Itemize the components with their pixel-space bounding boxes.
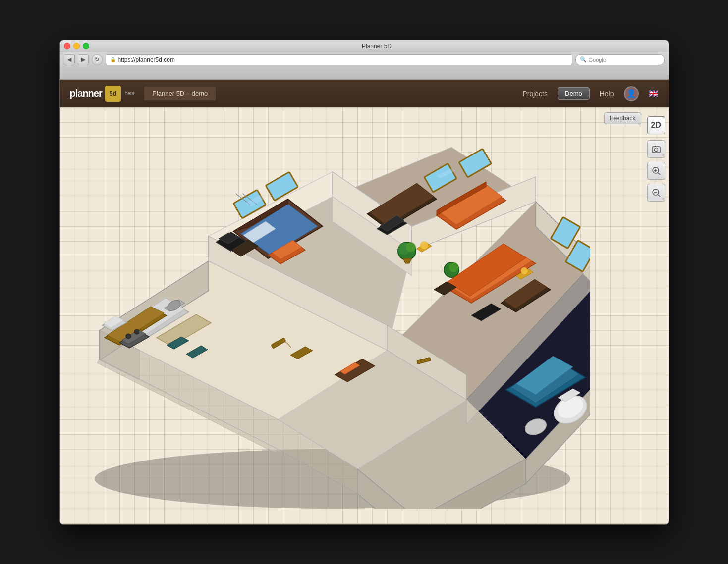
- browser-chrome: ◀ ▶ ↻ 🔒 https://planner5d.com 🔍 Google: [60, 52, 669, 80]
- user-avatar[interactable]: 👤: [624, 86, 639, 101]
- maximize-button[interactable]: [83, 43, 89, 49]
- svg-point-69: [521, 267, 528, 274]
- search-bar[interactable]: 🔍 Google: [575, 54, 665, 65]
- main-area: Feedback 2D: [60, 107, 669, 524]
- close-button[interactable]: [64, 43, 70, 49]
- forward-button[interactable]: ▶: [78, 54, 89, 65]
- lock-icon: 🔒: [110, 57, 116, 62]
- nav-demo-button[interactable]: Demo: [558, 87, 590, 100]
- url-bar[interactable]: 🔒 https://planner5d.com: [106, 54, 572, 65]
- back-button[interactable]: ◀: [64, 54, 75, 65]
- project-name-tab[interactable]: Planner 5D – demo: [144, 87, 216, 100]
- svg-line-106: [658, 195, 660, 197]
- header-nav: Projects Demo Help 👤 🇬🇧: [522, 86, 658, 101]
- feedback-button[interactable]: Feedback: [604, 112, 641, 124]
- minimize-button[interactable]: [73, 43, 80, 49]
- logo-text: planner: [70, 88, 102, 99]
- title-bar: Planner 5D: [60, 40, 669, 52]
- language-flag[interactable]: 🇬🇧: [649, 89, 659, 98]
- window-controls: [64, 43, 89, 49]
- beta-badge: beta: [125, 91, 134, 96]
- view-2d-button[interactable]: 2D: [647, 116, 665, 134]
- floor-plan-svg: [70, 122, 590, 509]
- camera-icon: [651, 144, 661, 154]
- svg-point-99: [654, 148, 658, 151]
- logo-icon: 5d: [105, 86, 121, 102]
- floor-plan-container[interactable]: [70, 122, 639, 514]
- app-header: planner 5d beta Planner 5D – demo Projec…: [60, 80, 669, 107]
- zoom-out-button[interactable]: [647, 184, 665, 202]
- svg-point-60: [449, 262, 459, 272]
- screenshot-button[interactable]: [647, 140, 665, 158]
- search-placeholder: Google: [589, 57, 606, 63]
- nav-help[interactable]: Help: [600, 90, 614, 98]
- url-text: https://planner5d.com: [118, 56, 175, 63]
- browser-toolbar: ◀ ▶ ↻ 🔒 https://planner5d.com 🔍 Google: [60, 52, 669, 68]
- reload-button[interactable]: ↻: [92, 54, 103, 65]
- svg-marker-100: [654, 146, 656, 147]
- zoom-out-icon: [651, 188, 661, 198]
- svg-line-102: [658, 173, 660, 175]
- nav-projects[interactable]: Projects: [522, 90, 548, 98]
- right-sidebar: Feedback 2D: [644, 107, 669, 524]
- svg-point-58: [420, 241, 428, 249]
- window-title: Planner 5D: [89, 43, 665, 50]
- zoom-in-button[interactable]: [647, 162, 665, 180]
- zoom-in-icon: [651, 166, 661, 176]
- svg-point-52: [406, 242, 416, 252]
- search-icon: 🔍: [580, 56, 587, 63]
- mac-window: Planner 5D ◀ ▶ ↻ 🔒 https://planner5d.com…: [59, 40, 669, 525]
- logo-area: planner 5d beta: [70, 86, 135, 102]
